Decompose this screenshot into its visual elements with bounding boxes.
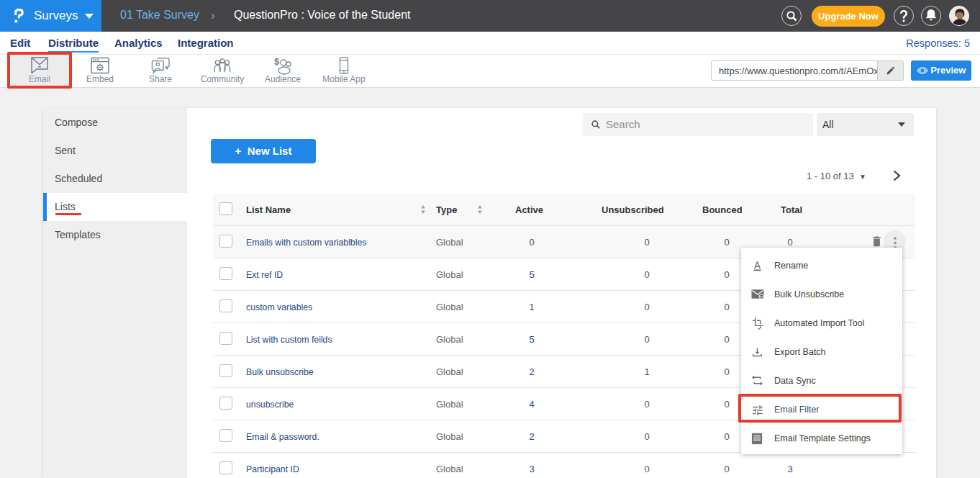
svg-text:$: $ [274,57,280,67]
